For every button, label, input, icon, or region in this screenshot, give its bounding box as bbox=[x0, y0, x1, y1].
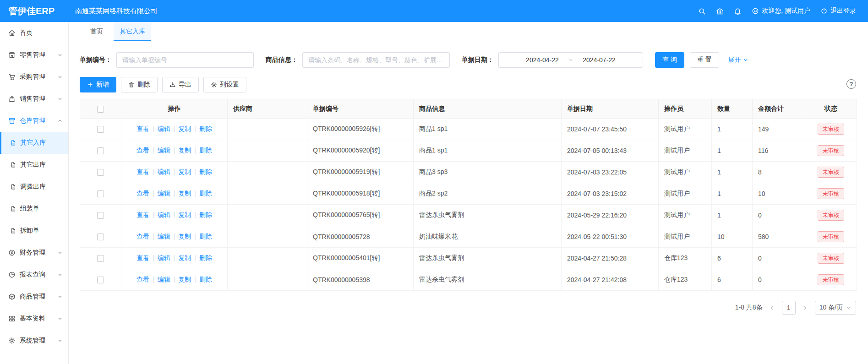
product-cell: 雷达杀虫气雾剂 bbox=[414, 205, 562, 226]
sidebar-item-finance[interactable]: 财务管理 bbox=[0, 242, 68, 264]
welcome-user[interactable]: 欢迎您, 测试用户 bbox=[752, 7, 810, 15]
date-range-picker[interactable]: ~ bbox=[498, 52, 643, 68]
logout-text: 退出登录 bbox=[830, 7, 856, 15]
sidebar-item-home[interactable]: 首页 bbox=[0, 22, 68, 44]
qty-cell: 6 bbox=[712, 269, 753, 291]
view-link[interactable]: 查看 bbox=[136, 168, 149, 175]
view-link[interactable]: 查看 bbox=[136, 276, 149, 283]
sidebar-item-reports[interactable]: 报表查询 bbox=[0, 264, 68, 286]
edit-link[interactable]: 编辑 bbox=[158, 147, 170, 154]
row-checkbox[interactable] bbox=[97, 147, 104, 154]
pagination: 1-8 共8条 1 10 条/页 bbox=[69, 291, 868, 325]
sidebar-item-label: 财务管理 bbox=[20, 249, 57, 257]
actions-cell: 查看|编辑|复制|删除 bbox=[121, 183, 228, 205]
date-to-input[interactable] bbox=[578, 56, 620, 64]
operator-cell: 测试用户 bbox=[659, 205, 712, 226]
page-number-button[interactable]: 1 bbox=[782, 301, 796, 315]
copy-link[interactable]: 复制 bbox=[178, 254, 191, 261]
product-info-input[interactable] bbox=[302, 52, 450, 68]
tab-home[interactable]: 首页 bbox=[84, 22, 109, 41]
document-icon bbox=[10, 228, 16, 234]
sidebar-item-label: 系统管理 bbox=[20, 337, 57, 345]
main-area: 首页零售管理采购管理销售管理仓库管理其它入库其它出库调拨出库组装单拆卸单财务管理… bbox=[0, 22, 868, 364]
row-checkbox[interactable] bbox=[97, 190, 104, 197]
sidebar-subitem-other-outbound[interactable]: 其它出库 bbox=[0, 154, 68, 176]
row-checkbox[interactable] bbox=[97, 255, 104, 262]
action-divider: | bbox=[174, 125, 175, 132]
status-cell: 未审核 bbox=[805, 183, 857, 205]
page-size-select[interactable]: 10 条/页 bbox=[815, 301, 856, 315]
sidebar-subitem-transfer-outbound[interactable]: 调拨出库 bbox=[0, 176, 68, 198]
view-link[interactable]: 查看 bbox=[136, 125, 149, 132]
copy-link[interactable]: 复制 bbox=[178, 276, 191, 283]
search-button[interactable]: 查 询 bbox=[655, 52, 684, 68]
sidebar-subitem-disassembly-order[interactable]: 拆卸单 bbox=[0, 220, 68, 242]
operator-cell: 测试用户 bbox=[659, 183, 712, 205]
sidebar-subitem-assembly-order[interactable]: 组装单 bbox=[0, 198, 68, 220]
view-link[interactable]: 查看 bbox=[136, 233, 149, 240]
edit-link[interactable]: 编辑 bbox=[158, 190, 170, 197]
export-button[interactable]: 导出 bbox=[162, 77, 199, 92]
date-from-input[interactable] bbox=[521, 56, 563, 64]
edit-link[interactable]: 编辑 bbox=[158, 233, 170, 240]
copy-link[interactable]: 复制 bbox=[178, 125, 191, 132]
table-row: 查看|编辑|复制|删除QTRK00000005765[转]雷达杀虫气雾剂2024… bbox=[80, 205, 857, 226]
action-divider: | bbox=[153, 190, 154, 197]
amount-cell: 0 bbox=[753, 248, 805, 269]
row-checkbox[interactable] bbox=[97, 277, 104, 283]
copy-link[interactable]: 复制 bbox=[178, 147, 191, 154]
logout-button[interactable]: 退出登录 bbox=[820, 7, 856, 15]
view-link[interactable]: 查看 bbox=[136, 147, 149, 154]
edit-link[interactable]: 编辑 bbox=[158, 125, 170, 132]
edit-link[interactable]: 编辑 bbox=[158, 254, 170, 261]
order-no-input[interactable] bbox=[116, 52, 254, 68]
action-divider: | bbox=[194, 233, 196, 240]
select-all-checkbox[interactable] bbox=[97, 106, 104, 113]
edit-link[interactable]: 编辑 bbox=[158, 211, 170, 218]
copy-link[interactable]: 复制 bbox=[178, 190, 191, 197]
column-settings-button[interactable]: 列设置 bbox=[203, 77, 246, 92]
row-checkbox[interactable] bbox=[97, 212, 104, 219]
sidebar-item-products[interactable]: 商品管理 bbox=[0, 286, 68, 308]
copy-link[interactable]: 复制 bbox=[178, 168, 191, 175]
view-link[interactable]: 查看 bbox=[136, 190, 149, 197]
delete-link[interactable]: 删除 bbox=[199, 254, 212, 261]
delete-button[interactable]: 删除 bbox=[121, 77, 158, 92]
next-page-button[interactable] bbox=[801, 301, 809, 315]
expand-link[interactable]: 展开 bbox=[728, 56, 748, 64]
copy-link[interactable]: 复制 bbox=[178, 233, 191, 240]
sidebar-item-basic-data[interactable]: 基本资料 bbox=[0, 308, 68, 330]
delete-link[interactable]: 删除 bbox=[199, 125, 212, 132]
copy-link[interactable]: 复制 bbox=[178, 211, 191, 218]
sidebar-item-purchase[interactable]: 采购管理 bbox=[0, 66, 68, 88]
row-checkbox[interactable] bbox=[97, 169, 104, 176]
view-link[interactable]: 查看 bbox=[136, 211, 149, 218]
delete-link[interactable]: 删除 bbox=[199, 147, 212, 154]
status-badge: 未审核 bbox=[818, 167, 844, 178]
bank-icon[interactable] bbox=[716, 7, 724, 15]
delete-link[interactable]: 删除 bbox=[199, 168, 212, 175]
add-button[interactable]: 新增 bbox=[80, 77, 116, 92]
delete-link[interactable]: 删除 bbox=[199, 190, 212, 197]
prev-page-button[interactable] bbox=[768, 301, 776, 315]
sidebar-item-retail[interactable]: 零售管理 bbox=[0, 44, 68, 66]
search-icon[interactable] bbox=[698, 7, 706, 15]
edit-link[interactable]: 编辑 bbox=[158, 276, 170, 283]
sidebar-item-system[interactable]: 系统管理 bbox=[0, 330, 68, 352]
warehouse-submenu: 其它入库其它出库调拨出库组装单拆卸单 bbox=[0, 132, 68, 242]
sidebar-item-warehouse[interactable]: 仓库管理 bbox=[0, 110, 68, 132]
status-cell: 未审核 bbox=[805, 119, 857, 140]
tab-other-inbound[interactable]: 其它入库 bbox=[114, 22, 151, 41]
view-link[interactable]: 查看 bbox=[136, 254, 149, 261]
sidebar-subitem-other-inbound[interactable]: 其它入库 bbox=[0, 132, 68, 154]
sidebar-item-sales[interactable]: 销售管理 bbox=[0, 88, 68, 110]
reset-button[interactable]: 重 置 bbox=[690, 52, 719, 68]
edit-link[interactable]: 编辑 bbox=[158, 168, 170, 175]
help-icon[interactable]: ? bbox=[846, 79, 856, 89]
delete-link[interactable]: 删除 bbox=[199, 211, 212, 218]
row-checkbox[interactable] bbox=[97, 126, 104, 133]
row-checkbox[interactable] bbox=[97, 234, 104, 240]
delete-link[interactable]: 删除 bbox=[199, 233, 212, 240]
bell-icon[interactable] bbox=[734, 7, 742, 15]
delete-link[interactable]: 删除 bbox=[199, 276, 212, 283]
